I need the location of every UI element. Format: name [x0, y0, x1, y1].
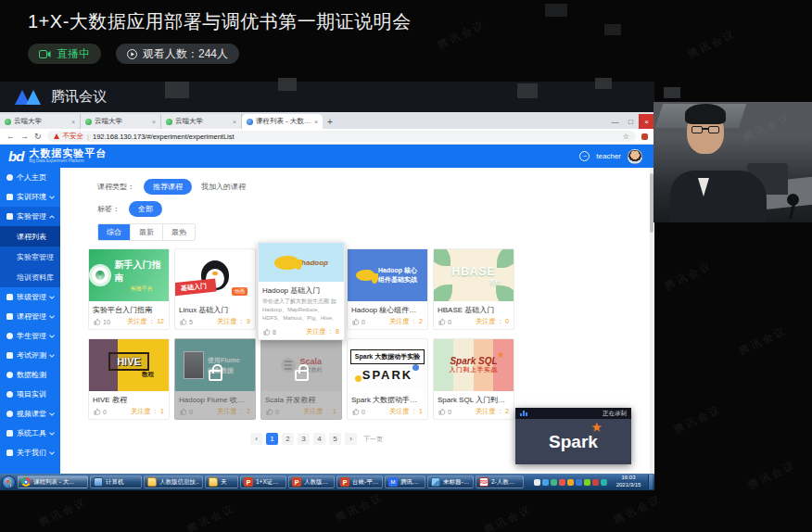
next-page-button[interactable]: › [345, 433, 357, 445]
forward-icon[interactable]: → [20, 133, 29, 141]
tray-icon[interactable] [592, 479, 599, 486]
minimize-button[interactable]: — [607, 114, 623, 129]
browser-tab-3[interactable]: 云端大学 × [161, 114, 242, 129]
sidebar-item-about[interactable]: 关于我们 [0, 443, 60, 462]
sidebar-item-experiment-mgmt[interactable]: 实验管理 [0, 207, 60, 226]
taskbar-powerpoint-button[interactable]: P人教版信息技.. [288, 475, 335, 488]
page-button-5[interactable]: 5 [329, 433, 341, 445]
tray-icon[interactable] [584, 479, 590, 486]
spark-video-thumbnail[interactable]: 正在录制 Spark ★ [515, 408, 631, 464]
taskbar-computer-button[interactable]: 计算机 [90, 475, 142, 488]
course-title[interactable]: Hadoop 核心组件基础实战 [348, 301, 427, 315]
sidebar-item-course-mgmt[interactable]: 课程管理 [0, 307, 60, 326]
browser-tab-active[interactable]: 课程列表 - 大数据实验平台 × [242, 114, 323, 129]
address-input[interactable]: 不安全 | 192.168.130.173/#/experiment/exper… [47, 131, 636, 142]
sort-newest[interactable]: 最新 [131, 224, 163, 240]
tray-icon[interactable] [567, 479, 574, 486]
tab-close-icon[interactable]: × [71, 119, 75, 125]
tray-icon[interactable] [542, 479, 549, 486]
tray-icon[interactable] [559, 479, 565, 486]
taskbar-meeting-button[interactable]: M腾讯会议 [385, 475, 425, 488]
course-title[interactable]: Spark 大数据动手实验 [348, 391, 427, 405]
course-card-hovered[interactable]: hadoop Hadoop 基础入门 带你进入了解大数据生态圈 如Hadoop、… [258, 242, 345, 340]
likes[interactable]: 0 [438, 318, 451, 325]
taskbar-powerpoint-button[interactable]: P台账-平台数.. [336, 475, 383, 488]
tray-icon[interactable] [534, 479, 540, 486]
tab-close-icon[interactable]: × [152, 119, 156, 125]
taskbar-folder-button[interactable]: 人教版信息技.. [144, 475, 203, 488]
sidebar-item-data-monitor[interactable]: 数据检测 [0, 365, 60, 385]
page-button-1[interactable]: 1 [266, 433, 278, 445]
taskbar-image-button[interactable]: 未标题-1.jpg [427, 475, 474, 488]
sidebar-item-training-env[interactable]: 实训环境 [0, 187, 60, 207]
close-button[interactable]: × [639, 114, 654, 129]
user-avatar[interactable] [628, 149, 642, 164]
sidebar-item-class-mgmt[interactable]: 班级管理 [0, 287, 60, 307]
course-title[interactable]: Spark SQL 入门到上手实战 [434, 391, 514, 405]
sort-comprehensive[interactable]: 综合 [98, 224, 131, 240]
security-label[interactable]: 不安全 [63, 132, 84, 141]
taskbar-clock[interactable]: 16:03 2021/3/15 [611, 475, 646, 489]
course-card[interactable]: HIVE 教程 HIVE 教程 0 关注度 ：1 [88, 338, 170, 420]
tab-close-icon[interactable]: × [314, 119, 318, 125]
likes[interactable]: 0 [438, 408, 451, 415]
taskbar-powerpoint-button[interactable]: P1+X证书说明.. [240, 475, 286, 488]
course-card[interactable]: Spark SQL 入门到上手实战 Spark SQL 入门到上手实战 0 关注… [433, 338, 514, 420]
back-icon[interactable]: ← [6, 133, 15, 141]
filter-tag-all[interactable]: 全部 [129, 201, 162, 217]
sidebar-subitem-course-list[interactable]: 课程列表 [0, 226, 60, 247]
likes[interactable]: 10 [94, 318, 110, 325]
course-card-locked[interactable]: Scala开发教程 Scala 开发教程 0 关注度 ：1 [260, 338, 342, 420]
maximize-button[interactable]: □ [623, 114, 639, 129]
course-card[interactable]: HBASE 教程 HBASE 基础入门 0 关注度 ：0 [433, 248, 514, 330]
course-title[interactable]: Linux 基础入门 [175, 301, 255, 315]
sidebar-subitem-training-library[interactable]: 培训资料库 [0, 267, 60, 287]
likes[interactable]: 0 [94, 408, 107, 415]
sidebar-item-home[interactable]: 个人主页 [0, 168, 60, 187]
course-title[interactable]: Hadoop 基础入门 [259, 282, 344, 296]
course-card[interactable]: 新手入门指南实验平台 实验平台入门指南 10 关注度 ：12 [88, 248, 170, 330]
browser-tab-1[interactable]: 云端大学 × [0, 114, 81, 129]
reload-icon[interactable]: ↻ [34, 133, 42, 141]
likes[interactable]: 0 [352, 318, 365, 325]
page-button-4[interactable]: 4 [313, 433, 325, 445]
tray-icon[interactable] [601, 479, 607, 486]
filter-recommended-courses[interactable]: 推荐课程 [144, 179, 192, 195]
sidebar-item-exam[interactable]: 考试评测 [0, 346, 60, 365]
show-desktop-button[interactable] [648, 475, 653, 489]
sort-hottest[interactable]: 最热 [163, 224, 195, 240]
tray-icon[interactable] [551, 479, 557, 486]
new-tab-button[interactable]: + [323, 114, 337, 129]
course-card[interactable]: Hadoop 核心组件基础实战 Hadoop 核心组件基础实战 0 关注度 ：2 [347, 248, 428, 330]
sidebar-item-video-class[interactable]: 视频课堂 [0, 404, 60, 424]
likes[interactable]: 8 [263, 328, 276, 336]
sidebar-item-student-mgmt[interactable]: 学生管理 [0, 326, 60, 346]
taskbar-chrome-button[interactable]: 课程列表 - 大... [18, 475, 88, 488]
course-title[interactable]: HIVE 教程 [89, 391, 169, 405]
page-button-3[interactable]: 3 [298, 433, 310, 445]
next-page-label[interactable]: 下一页 [363, 435, 383, 444]
browser-tab-2[interactable]: 云端大学 × [81, 114, 161, 129]
extension-icon[interactable] [641, 133, 648, 140]
page-button-2[interactable]: 2 [282, 433, 294, 445]
course-card-locked[interactable]: 使用Flume 收集数据 Hadoop Flume 收集数据.. 0 关注度 ：… [174, 338, 256, 420]
start-button[interactable] [2, 475, 16, 489]
notification-icon[interactable]: − [579, 151, 590, 161]
tray-icon[interactable] [576, 479, 582, 486]
course-card[interactable]: Spark 大数据动手实验 SPARK Spark 大数据动手实验 0 关注度 … [347, 338, 428, 420]
sidebar-item-system-tools[interactable]: 系统工具 [0, 424, 60, 443]
filter-my-courses[interactable]: 我加入的课程 [201, 182, 246, 192]
course-title[interactable]: HBASE 基础入门 [434, 301, 514, 315]
taskbar-folder-button[interactable]: 天 [205, 475, 238, 488]
sidebar-subitem-lab-mgmt[interactable]: 实验室管理 [0, 247, 60, 267]
likes[interactable]: 5 [180, 318, 193, 325]
course-card[interactable]: 基础入门 动画 Linux 基础入门 5 关注度 ：9 [174, 248, 256, 330]
tab-close-icon[interactable]: × [233, 119, 236, 125]
prev-page-button[interactable]: ‹ [250, 433, 262, 445]
bookmark-star-icon[interactable]: ☆ [623, 133, 629, 141]
course-title[interactable]: 实验平台入门指南 [89, 301, 169, 315]
sidebar-item-project-training[interactable]: 项目实训 [0, 385, 60, 404]
username-label[interactable]: teacher [596, 152, 621, 160]
likes[interactable]: 0 [352, 408, 365, 415]
taskbar-pdf-button[interactable]: PDF2-人教版信息.. [476, 475, 524, 488]
